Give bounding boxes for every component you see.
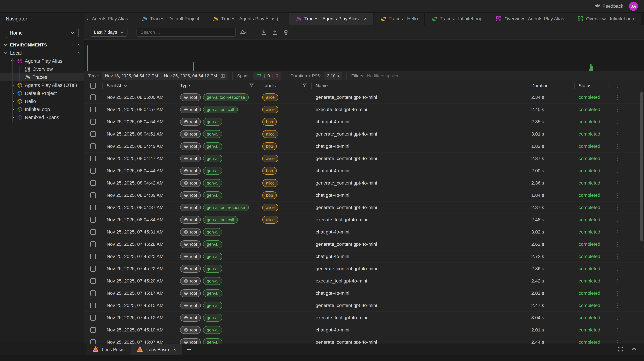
table-row[interactable]: Nov 25, 2025, 07:45:12 AM rootgen-ai exe…	[84, 312, 644, 324]
close-tab-icon[interactable]: ×	[364, 16, 367, 22]
type-badge-gen-ai[interactable]: gen-ai	[203, 314, 222, 322]
row-menu-kebab[interactable]: ⋮	[614, 327, 622, 333]
type-badge-root[interactable]: root	[180, 289, 201, 297]
row-checkbox[interactable]	[90, 278, 96, 284]
table-row[interactable]: Nov 25, 2025, 08:04:54 AM rootgen-ai bob…	[84, 116, 644, 128]
row-menu-kebab[interactable]: ⋮	[614, 266, 622, 272]
row-checkbox[interactable]	[90, 315, 96, 320]
download-icon[interactable]	[260, 29, 267, 36]
table-row[interactable]: Nov 25, 2025, 07:45:07 AM rootgen-ai gen…	[84, 336, 644, 344]
type-badge-gen-ai[interactable]: gen-ai	[203, 179, 222, 187]
chevron-up-icon[interactable]	[631, 346, 637, 352]
row-checkbox[interactable]	[90, 266, 96, 272]
row-checkbox[interactable]	[90, 131, 96, 137]
type-badge-gen-ai[interactable]: gen-ai	[203, 240, 222, 248]
close-tab-icon[interactable]: ×	[173, 347, 176, 352]
row-menu-kebab[interactable]: ⋮	[614, 168, 622, 174]
row-checkbox[interactable]	[90, 205, 96, 210]
label-badge[interactable]: alice	[262, 94, 278, 101]
tab-overview-infiniteloop[interactable]: Overview - InfiniteLoop	[571, 12, 641, 25]
column-header-duration[interactable]: Duration	[527, 80, 574, 91]
type-badge-gen-ai[interactable]: gen-ai	[203, 265, 222, 272]
column-header-status[interactable]: Status	[574, 80, 609, 91]
type-badge-gen-ai[interactable]: gen-ai	[203, 192, 222, 199]
type-badge-gen-ai.tool-response[interactable]: gen-ai.tool-response	[203, 94, 249, 101]
table-row[interactable]: Nov 25, 2025, 08:04:42 AM rootgen-ai ali…	[84, 177, 644, 189]
environments-section-header[interactable]: ENVIRONMENTS + ›	[0, 41, 84, 49]
filter-funnel-icon[interactable]	[249, 83, 254, 88]
type-badge-root[interactable]: root	[180, 179, 201, 187]
type-badge-root[interactable]: root	[180, 155, 201, 162]
tab-overview-agents-play-alias[interactable]: Overview - Agents Play Alias	[489, 12, 571, 25]
search-input[interactable]	[136, 28, 236, 37]
type-badge-gen-ai[interactable]: gen-ai	[203, 289, 222, 297]
column-header-labels[interactable]: Labels	[258, 80, 311, 91]
bottom-tab-lens-prism[interactable]: Lens Prism ×	[131, 344, 182, 355]
type-badge-root[interactable]: root	[180, 204, 201, 211]
row-checkbox[interactable]	[90, 229, 96, 235]
label-badge[interactable]: alice	[262, 106, 278, 114]
row-checkbox[interactable]	[90, 192, 96, 198]
type-badge-root[interactable]: root	[180, 326, 201, 334]
row-checkbox[interactable]	[90, 327, 96, 333]
span-histogram[interactable]	[84, 40, 644, 71]
row-checkbox[interactable]	[90, 339, 96, 344]
table-row[interactable]: Nov 25, 2025, 08:04:49 AM rootgen-ai bob…	[84, 140, 644, 152]
row-menu-kebab[interactable]: ⋮	[614, 254, 622, 260]
row-menu-kebab[interactable]: ⋮	[614, 119, 622, 125]
upload-icon[interactable]	[272, 29, 278, 36]
type-badge-root[interactable]: root	[180, 118, 201, 126]
tab-s-agents-play-alias[interactable]: s - Agents Play Alias	[84, 12, 135, 25]
row-checkbox[interactable]	[90, 242, 96, 247]
type-badge-root[interactable]: root	[180, 216, 201, 224]
expand-environments-button[interactable]: ›	[78, 42, 80, 48]
row-menu-kebab[interactable]: ⋮	[614, 143, 622, 149]
type-badge-gen-ai[interactable]: gen-ai	[203, 155, 222, 162]
table-row[interactable]: Nov 25, 2025, 08:05:00 AM rootgen-ai.too…	[84, 91, 644, 104]
label-badge[interactable]: alice	[262, 155, 278, 162]
add-environment-button[interactable]: +	[71, 42, 74, 48]
type-badge-root[interactable]: root	[180, 240, 201, 248]
row-menu-kebab[interactable]: ⋮	[614, 217, 622, 223]
table-row[interactable]: Nov 25, 2025, 08:04:34 AM rootgen-ai.too…	[84, 214, 644, 226]
type-badge-root[interactable]: root	[180, 142, 201, 150]
row-checkbox[interactable]	[90, 156, 96, 162]
table-row[interactable]: Nov 25, 2025, 07:45:20 AM rootgen-ai exe…	[84, 275, 644, 287]
time-range-select[interactable]: Last 7 days	[90, 28, 128, 37]
alerts-dropdown-button[interactable]	[240, 29, 247, 35]
type-badge-gen-ai.tool-response[interactable]: gen-ai.tool-response	[203, 204, 249, 211]
table-row[interactable]: Nov 25, 2025, 07:45:10 AM rootgen-ai cha…	[84, 324, 644, 336]
row-menu-kebab[interactable]: ⋮	[614, 156, 622, 162]
sidebar-item-local[interactable]: Local +›	[0, 49, 84, 57]
type-badge-gen-ai[interactable]: gen-ai	[203, 302, 222, 309]
table-row[interactable]: Nov 25, 2025, 08:04:57 AM rootgen-ai.too…	[84, 104, 644, 116]
table-row[interactable]: Nov 25, 2025, 08:04:47 AM rootgen-ai ali…	[84, 152, 644, 165]
type-badge-gen-ai.tool-call[interactable]: gen-ai.tool-call	[203, 106, 238, 114]
type-badge-gen-ai[interactable]: gen-ai	[203, 228, 222, 236]
row-checkbox[interactable]	[90, 107, 96, 112]
label-badge[interactable]: bob	[262, 192, 277, 199]
table-row[interactable]: Nov 25, 2025, 07:45:28 AM rootgen-ai gen…	[84, 238, 644, 250]
table-row[interactable]: Nov 25, 2025, 08:04:37 AM rootgen-ai.too…	[84, 202, 644, 214]
column-header-type[interactable]: Type	[176, 80, 258, 91]
table-row[interactable]: Nov 25, 2025, 08:04:39 AM rootgen-ai bob…	[84, 189, 644, 202]
row-menu-kebab[interactable]: ⋮	[614, 94, 622, 100]
table-row[interactable]: Nov 25, 2025, 08:04:51 AM rootgen-ai ali…	[84, 128, 644, 140]
type-badge-root[interactable]: root	[180, 314, 201, 322]
type-badge-root[interactable]: root	[180, 106, 201, 114]
row-menu-kebab[interactable]: ⋮	[614, 241, 622, 247]
row-menu-kebab[interactable]: ⋮	[614, 278, 622, 284]
add-icon[interactable]: +	[72, 50, 74, 56]
row-checkbox[interactable]	[90, 290, 96, 296]
label-badge[interactable]: alice	[262, 216, 278, 224]
label-badge[interactable]: alice	[262, 130, 278, 138]
label-badge[interactable]: bob	[262, 142, 277, 150]
table-row[interactable]: Nov 25, 2025, 07:45:17 AM rootgen-ai cha…	[84, 287, 644, 300]
label-badge[interactable]: bob	[262, 118, 277, 126]
expand-icon[interactable]: ›	[78, 50, 80, 56]
tab-traces-agents-play-alias[interactable]: Traces - Agents Play Alias ×	[289, 12, 374, 25]
row-menu-kebab[interactable]: ⋮	[614, 180, 622, 186]
table-row[interactable]: Nov 25, 2025, 07:45:15 AM rootgen-ai gen…	[84, 300, 644, 312]
type-badge-root[interactable]: root	[180, 265, 201, 272]
table-row[interactable]: Nov 25, 2025, 07:45:22 AM rootgen-ai gen…	[84, 263, 644, 275]
